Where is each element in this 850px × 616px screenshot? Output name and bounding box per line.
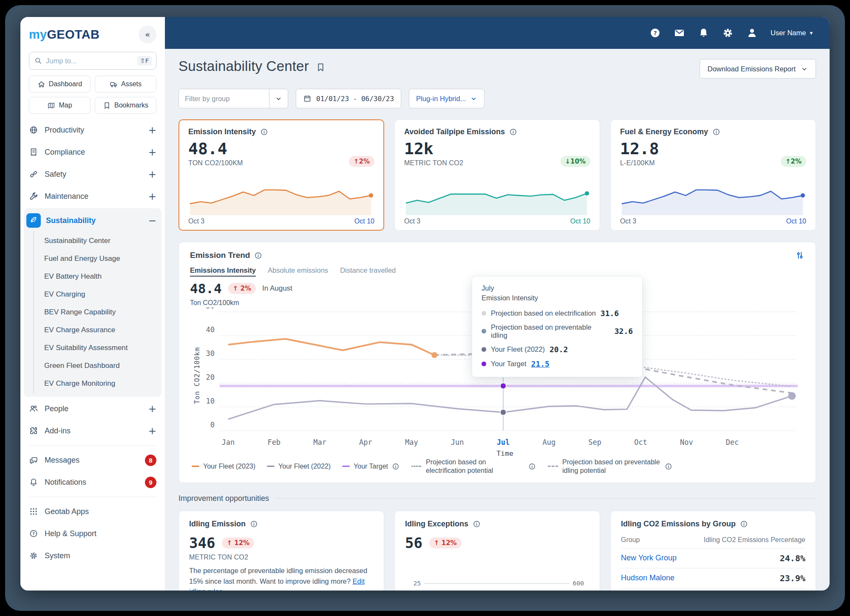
sidebar-item-maintenance[interactable]: Maintenance + xyxy=(29,185,156,207)
chart-settings-icon[interactable] xyxy=(795,251,805,260)
sidebar-subitem-ev-suitability-assessment[interactable]: EV Suitability Assessment xyxy=(34,339,156,357)
sidebar-item-geotab-apps[interactable]: Geotab Apps xyxy=(29,500,156,523)
svg-text:?: ? xyxy=(32,531,35,536)
sidebar-item-add-ins[interactable]: Add-ins + xyxy=(29,420,156,442)
table-row: Toronto Group 23.1% xyxy=(621,588,805,591)
column-header-group: Group xyxy=(621,536,640,544)
sidebar-subitem-ev-charging[interactable]: EV Charging xyxy=(34,285,156,303)
kpi-card-fuel-energy-economy[interactable]: Fuel & Energy Economy 12.8 L-E/100KM ↑2%… xyxy=(610,119,816,231)
svg-text:20: 20 xyxy=(206,373,215,381)
calendar-icon xyxy=(303,94,312,103)
idling-exceptions-card: Idling Exceptions 56 ↑ 12% 2560020480 xyxy=(394,511,600,591)
info-icon[interactable] xyxy=(665,463,672,470)
sidebar-subitem-ev-battery-health[interactable]: EV Battery Health xyxy=(34,268,156,285)
sidebar-item-compliance[interactable]: Compliance + xyxy=(29,141,156,163)
search-placeholder: Jump to... xyxy=(46,57,133,65)
kpi-card-avoided-tailpipe-emissions[interactable]: Avoided Tailpipe Emissions 12k METRIC TO… xyxy=(394,119,600,231)
mygeotab-logo: myGEOTAB xyxy=(29,28,99,42)
info-icon[interactable] xyxy=(740,520,748,528)
gear-icon xyxy=(29,551,38,560)
expand-icon[interactable]: + xyxy=(148,425,156,436)
svg-text:Aug: Aug xyxy=(542,438,555,446)
sidebar-item-people[interactable]: People + xyxy=(29,398,156,420)
sidebar-item-safety[interactable]: Safety + xyxy=(29,163,156,185)
map-button[interactable]: Map xyxy=(29,97,91,114)
tab-distance-travelled[interactable]: Distance travelled xyxy=(340,266,396,274)
group-link[interactable]: Hudson Malone xyxy=(621,574,674,582)
change-badge: ↑ 12% xyxy=(222,537,254,548)
idling-co2-by-group-card: Idling CO2 Emissions by Group Group Idli… xyxy=(610,511,816,591)
truck-icon xyxy=(110,80,118,88)
user-avatar-icon[interactable] xyxy=(746,27,758,39)
help-icon[interactable]: ? xyxy=(649,27,661,39)
info-icon[interactable] xyxy=(392,463,400,470)
info-icon[interactable] xyxy=(509,128,517,136)
divider xyxy=(29,445,156,446)
trend-period: In August xyxy=(262,284,292,293)
bell-icon[interactable] xyxy=(698,27,709,39)
expand-icon[interactable]: + xyxy=(148,169,156,180)
date-range-picker[interactable]: 01/01/23 - 06/30/23 xyxy=(296,89,401,108)
sidebar-subitem-ev-charge-monitoring[interactable]: EV Charge Monitoring xyxy=(34,375,156,393)
search-shortcut: ⇧F xyxy=(137,56,152,65)
top-navbar: ? User Name ▾ xyxy=(165,17,830,49)
sidebar-subitem-green-fleet-dashboard[interactable]: Green Fleet Dashboard xyxy=(34,357,156,375)
expand-icon[interactable]: + xyxy=(148,124,156,136)
assets-button[interactable]: Assets xyxy=(95,76,156,93)
kpi-card-emission-intensity[interactable]: Emission Intensity 48.4 TON CO2/100KM ↑2… xyxy=(178,119,384,231)
info-icon[interactable] xyxy=(250,520,258,528)
user-menu[interactable]: User Name ▾ xyxy=(771,29,813,37)
svg-text:Time: Time xyxy=(496,450,513,457)
info-icon[interactable] xyxy=(473,520,481,528)
filter-by-group-select[interactable]: Filter by group xyxy=(178,89,288,108)
emission-trend-card: Emission Trend Emissions Intensity Absol… xyxy=(178,242,816,483)
range-start: Oct 3 xyxy=(188,218,204,225)
svg-text:Dec: Dec xyxy=(726,438,739,446)
messages-badge: 8 xyxy=(145,455,156,466)
expand-icon[interactable]: + xyxy=(148,147,156,158)
mail-icon[interactable] xyxy=(674,27,685,39)
sidebar-subitem-ev-charge-assurance[interactable]: EV Charge Assurance xyxy=(34,321,156,339)
bookmarks-button[interactable]: Bookmarks xyxy=(95,97,156,114)
leaf-icon xyxy=(26,213,41,228)
collapse-section-icon[interactable]: − xyxy=(148,215,156,226)
expand-icon[interactable]: + xyxy=(148,191,156,202)
app-window: myGEOTAB « Jump to... ⇧F Dashboard Asset… xyxy=(20,17,830,591)
sidebar-item-notifications[interactable]: Notifications 9 xyxy=(29,471,156,493)
svg-text:May: May xyxy=(405,438,418,446)
tab-absolute-emissions[interactable]: Absolute emissions xyxy=(268,266,328,274)
gear-icon[interactable] xyxy=(722,27,734,39)
svg-text:Ton CO2/100km: Ton CO2/100km xyxy=(193,347,201,404)
tab-emissions-intensity[interactable]: Emissions Intensity xyxy=(190,266,256,274)
puzzle-icon xyxy=(29,426,38,435)
sidebar-subitem-fuel-and-energy-usage[interactable]: Fuel and Energy Usage xyxy=(34,250,156,268)
svg-text:Sep: Sep xyxy=(588,438,601,446)
sidebar-subitem-bev-range-capability[interactable]: BEV Range Capability xyxy=(34,303,156,321)
sidebar-collapse-button[interactable]: « xyxy=(139,25,156,43)
seatbelt-icon xyxy=(29,170,38,179)
card-value: 346 xyxy=(189,534,215,551)
svg-text:600: 600 xyxy=(573,579,584,587)
sidebar-item-help-support[interactable]: ? Help & Support xyxy=(29,523,156,545)
download-emissions-report-button[interactable]: Download Emissions Report xyxy=(700,59,816,79)
sidebar-item-messages[interactable]: Messages 8 xyxy=(29,449,156,471)
bookmark-page-icon[interactable] xyxy=(316,62,326,72)
expand-icon[interactable]: + xyxy=(148,403,156,414)
group-link[interactable]: New York Group xyxy=(621,554,677,562)
bookmark-icon xyxy=(103,102,111,110)
legend-swatch xyxy=(267,466,275,467)
target-value-link[interactable]: 21.5 xyxy=(531,359,550,368)
main-content: Sustainability Center Download Emissions… xyxy=(165,49,830,591)
info-icon[interactable] xyxy=(254,251,262,260)
sidebar-item-sustainability[interactable]: Sustainability − xyxy=(29,210,156,231)
vehicle-type-filter[interactable]: Plug-in Hybrid... xyxy=(409,89,484,108)
info-icon[interactable] xyxy=(260,128,268,136)
range-end: Oct 10 xyxy=(786,218,806,225)
dashboard-button[interactable]: Dashboard xyxy=(29,76,91,93)
info-icon[interactable] xyxy=(528,463,536,470)
search-input[interactable]: Jump to... ⇧F xyxy=(29,52,156,70)
sidebar-item-system[interactable]: System xyxy=(29,545,156,567)
info-icon[interactable] xyxy=(712,128,720,136)
sidebar-subitem-sustainability-center[interactable]: Sustainability Center xyxy=(34,232,156,250)
sidebar-item-productivity[interactable]: Productivity + xyxy=(29,119,156,141)
